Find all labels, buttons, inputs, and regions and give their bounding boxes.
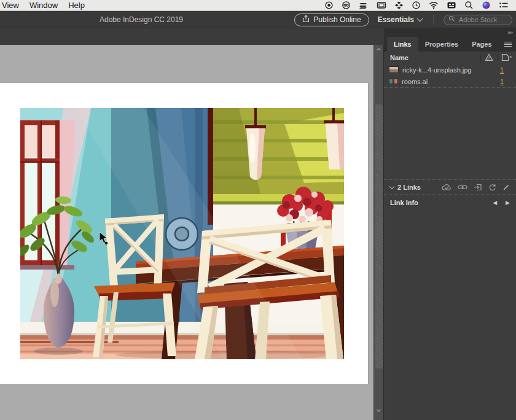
- previous-link-icon[interactable]: ◀: [484, 200, 497, 206]
- links-column-header: Name: [384, 52, 516, 64]
- tab-links[interactable]: Links: [387, 37, 418, 52]
- scrollbar-thumb[interactable]: [375, 104, 383, 368]
- time-machine-icon[interactable]: [412, 1, 421, 10]
- indesign-app-window: View Window Help Adobe InDesign CC 2019 …: [0, 0, 516, 420]
- notification-center-icon[interactable]: [499, 1, 509, 9]
- mouse-cursor: [98, 231, 109, 245]
- collapse-panel-icon[interactable]: »»: [507, 30, 512, 36]
- wifi-icon[interactable]: [429, 1, 439, 9]
- panel-menu-icon[interactable]: [504, 37, 516, 52]
- go-to-link-icon[interactable]: [474, 184, 482, 191]
- relink-icon[interactable]: [458, 184, 467, 190]
- tab-pages[interactable]: Pages: [465, 37, 498, 52]
- input-source-icon[interactable]: [447, 1, 456, 10]
- link-thumbnail: [389, 66, 399, 73]
- stack-icon[interactable]: [359, 1, 369, 10]
- toolbar-divider: [433, 15, 434, 25]
- menu-help[interactable]: Help: [66, 1, 93, 10]
- links-list-empty-area: [384, 88, 516, 179]
- creative-cloud-icon[interactable]: [342, 1, 351, 10]
- links-count: 2 Links: [397, 184, 421, 191]
- link-page-number[interactable]: 1: [500, 78, 504, 85]
- document-canvas[interactable]: [0, 28, 373, 420]
- links-panel: »» Links Properties Pages Name: [383, 28, 516, 420]
- app-titlebar: Adobe InDesign CC 2019 Publish Online Es…: [0, 11, 516, 28]
- search-placeholder: Adobe Stock: [459, 16, 497, 23]
- link-info-section: Link Info ◀ ▶: [384, 194, 516, 210]
- share-upload-icon: [302, 15, 310, 25]
- placed-image-illustration[interactable]: [20, 108, 344, 359]
- publish-online-button[interactable]: Publish Online: [294, 14, 369, 26]
- link-row[interactable]: rooms.ai 1: [384, 76, 516, 87]
- macos-menubar: View Window Help: [0, 0, 516, 11]
- link-name: rooms.ai: [402, 78, 428, 85]
- next-link-icon[interactable]: ▶: [497, 200, 510, 206]
- dropbox-icon[interactable]: [394, 1, 404, 10]
- link-name: ricky-k...4-unsplash.jpg: [402, 66, 472, 74]
- spotlight-icon[interactable]: [464, 1, 474, 10]
- panel-topstrip: »»: [384, 28, 516, 37]
- siri-icon[interactable]: [482, 1, 491, 10]
- window-title: Adobe InDesign CC 2019: [37, 11, 246, 28]
- tab-properties[interactable]: Properties: [418, 37, 465, 52]
- update-link-icon[interactable]: [488, 184, 496, 191]
- link-thumbnail: [389, 79, 398, 84]
- warning-icon: [485, 53, 493, 63]
- workspace-label: Essentials: [378, 15, 414, 24]
- link-row[interactable]: ricky-k...4-unsplash.jpg 1: [384, 64, 516, 76]
- display-icon[interactable]: [377, 1, 386, 10]
- chevron-down-icon[interactable]: [389, 184, 394, 189]
- link-page-number[interactable]: 1: [500, 66, 504, 74]
- scroll-down-icon[interactable]: [376, 408, 381, 413]
- chrome-band: [0, 28, 373, 45]
- adobe-stock-search[interactable]: Adobe Stock: [444, 15, 512, 25]
- publish-online-label: Publish Online: [313, 15, 361, 24]
- chevron-down-icon: [417, 16, 423, 22]
- canvas-vertical-scrollbar[interactable]: [373, 28, 383, 420]
- edit-original-icon[interactable]: [502, 184, 510, 191]
- name-column-label: Name: [390, 54, 408, 61]
- scroll-up-icon[interactable]: [376, 47, 381, 52]
- menu-view[interactable]: View: [0, 1, 27, 10]
- link-info-empty-area: [384, 210, 516, 420]
- record-icon[interactable]: [324, 1, 334, 10]
- search-icon: [448, 15, 456, 24]
- links-footer: 2 Links: [384, 179, 516, 194]
- cc-libraries-icon[interactable]: [442, 184, 452, 191]
- loading-spinner: [166, 218, 198, 250]
- link-info-label: Link Info: [390, 199, 418, 206]
- page-sort-icon[interactable]: [501, 53, 512, 63]
- workspace-switcher[interactable]: Essentials: [378, 15, 424, 24]
- menu-window[interactable]: Window: [27, 1, 66, 10]
- scrollbar-cap: [374, 28, 384, 45]
- panel-tabs: Links Properties Pages: [384, 37, 516, 52]
